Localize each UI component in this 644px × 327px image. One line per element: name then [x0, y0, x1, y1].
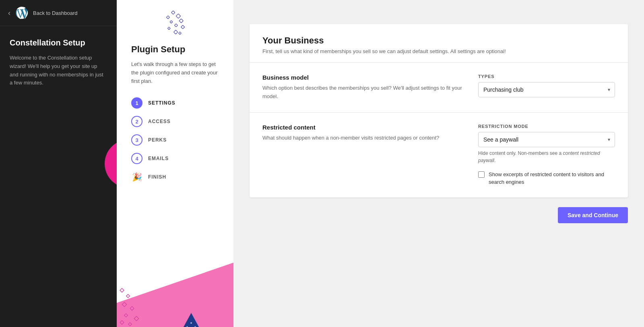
excerpts-checkbox-wrapper: Show excerpts of restricted content to v… [478, 171, 615, 186]
restriction-mode-select[interactable]: See a paywall Redirect to page Custom me… [478, 132, 615, 147]
business-model-desc: Which option best describes the membersh… [262, 84, 462, 101]
svg-rect-7 [181, 25, 185, 29]
business-model-title: Business model [262, 74, 462, 81]
hint-end: . [494, 158, 495, 163]
restricted-content-section: Restricted content What should happen wh… [250, 113, 628, 197]
restricted-content-left: Restricted content What should happen wh… [262, 124, 462, 142]
step-item-access: 2 ACCESS [131, 116, 219, 127]
sidebar-content: Constellation Setup Welcome to the Const… [0, 26, 117, 99]
step-item-settings: 1 SETTINGS [131, 97, 219, 109]
restriction-mode-hint: Hide content only. Non-members see a con… [478, 150, 615, 164]
sidebar-description: Welcome to the Constellation setup wizar… [10, 54, 107, 87]
svg-rect-13 [126, 294, 130, 298]
back-chevron-icon[interactable]: ‹ [8, 9, 10, 17]
svg-rect-10 [179, 32, 182, 35]
restriction-mode-field-label: RESTRICTION MODE [478, 124, 615, 129]
business-model-right: TYPES Purchasing club Content subscripti… [478, 74, 615, 97]
step-label-settings: SETTINGS [148, 100, 175, 106]
step-number-3: 3 [131, 134, 142, 146]
svg-rect-9 [174, 30, 178, 34]
card-title: Your Business [262, 35, 615, 46]
svg-rect-5 [170, 21, 173, 23]
business-model-left: Business model Which option best describ… [262, 74, 462, 101]
step-item-perks: 3 PERKS [131, 134, 219, 146]
wizard-bottom-decoration [117, 214, 233, 327]
business-model-section: Business model Which option best describ… [250, 63, 628, 113]
restriction-mode-select-wrapper: See a paywall Redirect to page Custom me… [478, 132, 615, 147]
plugin-setup-description: Let's walk through a few steps to get th… [131, 60, 219, 85]
svg-marker-11 [117, 263, 233, 327]
svg-point-22 [190, 322, 192, 324]
step-label-access: ACCESS [148, 119, 171, 124]
card-subtitle: First, tell us what kind of memberships … [262, 48, 615, 54]
wizard-panel: Plugin Setup Let's walk through a few st… [117, 0, 233, 327]
step-number-1: 1 [131, 97, 142, 109]
step-number-4: 4 [131, 153, 142, 164]
types-field-label: TYPES [478, 74, 615, 79]
types-select[interactable]: Purchasing club Content subscription Com… [478, 82, 615, 97]
svg-rect-6 [174, 24, 178, 27]
excerpts-checkbox-label: Show excerpts of restricted content to v… [489, 171, 615, 186]
step-item-emails: 4 EMAILS [131, 153, 219, 164]
restricted-content-desc: What should happen when a non-member vis… [262, 134, 462, 142]
svg-rect-8 [167, 27, 170, 30]
wordpress-logo [15, 6, 28, 19]
svg-rect-1 [171, 11, 175, 14]
finish-icon: 🎉 [131, 171, 142, 183]
diamonds-decoration [117, 0, 233, 44]
step-label-perks: PERKS [148, 137, 167, 143]
wizard-panel-inner: Plugin Setup Let's walk through a few st… [117, 44, 233, 183]
sidebar-title: Constellation Setup [10, 38, 107, 47]
step-label-emails: EMAILS [148, 156, 169, 161]
plugin-setup-title: Plugin Setup [131, 44, 219, 55]
svg-rect-12 [120, 288, 124, 292]
hint-text: Hide content only. Non-members see a [478, 150, 563, 156]
restricted-content-title: Restricted content [262, 124, 462, 131]
svg-rect-2 [176, 14, 180, 18]
svg-rect-4 [179, 19, 183, 23]
sidebar-header: ‹ Back to Dashboard [0, 0, 117, 26]
sidebar: ‹ Back to Dashboard Constellation Setup … [0, 0, 117, 327]
save-and-continue-button[interactable]: Save and Continue [558, 207, 628, 223]
card-header: Your Business First, tell us what kind o… [250, 24, 628, 63]
step-number-2: 2 [131, 116, 142, 127]
svg-rect-3 [166, 16, 169, 19]
back-to-dashboard-link[interactable]: Back to Dashboard [33, 10, 78, 16]
step-item-finish: 🎉 FINISH [131, 171, 219, 183]
business-card: Your Business First, tell us what kind o… [250, 24, 628, 197]
content-footer: Save and Continue [250, 207, 628, 223]
excerpts-checkbox[interactable] [478, 171, 485, 178]
steps-list: 1 SETTINGS 2 ACCESS 3 PERKS 4 EMAILS 🎉 F… [131, 97, 219, 183]
content-panel: Your Business First, tell us what kind o… [233, 0, 644, 327]
types-select-wrapper: Purchasing club Content subscription Com… [478, 82, 615, 97]
restricted-content-right: RESTRICTION MODE See a paywall Redirect … [478, 124, 615, 186]
step-label-finish: FINISH [148, 174, 166, 180]
